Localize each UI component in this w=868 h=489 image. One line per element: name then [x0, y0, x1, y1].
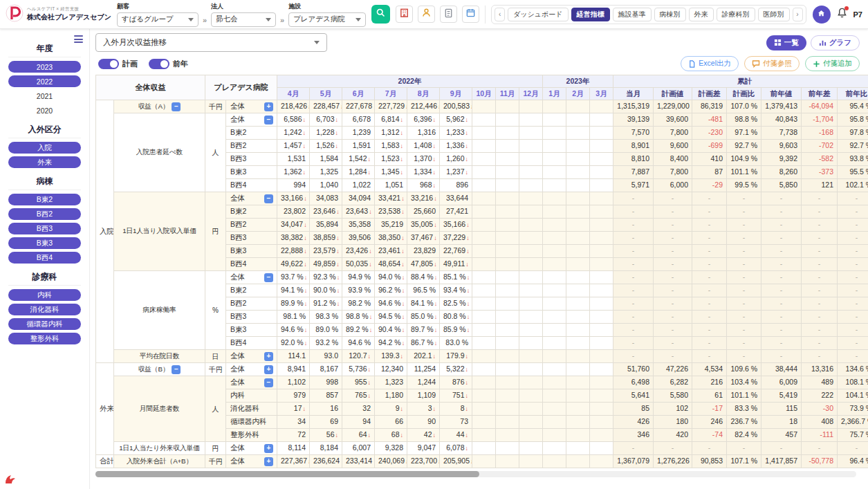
value-text: 8,400 [670, 154, 688, 163]
down-arrow-icon: ↓ [433, 405, 436, 412]
cell-value: 95.4 % [838, 100, 868, 113]
expand-button[interactable]: + [264, 365, 273, 374]
cell-value: - [838, 284, 868, 297]
cell-value [590, 245, 613, 258]
sidebar-item[interactable]: B西4 [8, 252, 81, 264]
horizontal-scrollbar[interactable] [95, 471, 856, 477]
view-button[interactable]: グラフ [811, 35, 860, 50]
collapse-button[interactable]: − [172, 365, 181, 374]
notifications-button[interactable] [836, 7, 848, 21]
down-arrow-icon: ↓ [336, 261, 340, 268]
nav-tab[interactable]: ダッシュボード [508, 8, 568, 21]
cell-value: - [727, 324, 761, 337]
menu-icon[interactable] [74, 34, 83, 45]
sidebar-item[interactable]: 循環器内科 [8, 318, 81, 330]
down-arrow-icon: ↓ [465, 142, 469, 149]
value-text: 82.4 % [735, 430, 757, 439]
down-arrow-icon: ↓ [402, 313, 405, 320]
cell-value: 101.1 % [727, 166, 761, 179]
cell-value: 236.7 % [727, 416, 761, 429]
schedule-button[interactable] [462, 6, 479, 23]
nav-tab[interactable]: 外来 [689, 8, 714, 21]
value-text: 121 [821, 181, 833, 189]
expand-button[interactable]: + [264, 352, 273, 361]
toggle-label: 計画 [122, 59, 138, 69]
sidebar-item[interactable]: 消化器科 [8, 304, 81, 315]
view-button[interactable]: 一覧 [766, 35, 806, 50]
search-button[interactable] [371, 5, 390, 24]
cell-value: 89.2 %↓ [342, 324, 375, 337]
down-arrow-icon: ↓ [434, 300, 438, 307]
entity-label: B東3 [226, 245, 277, 258]
down-arrow-icon: ↓ [433, 156, 436, 163]
cell-value: 92.3 %↓ [310, 271, 342, 284]
value-text: 1,312 [381, 128, 399, 136]
app-logo[interactable]: ヘルスケアIT × 経営支援 株式会社プレアデスセブン [6, 4, 111, 25]
cell-value [543, 179, 566, 192]
cell-value: - [692, 350, 727, 363]
sidebar-item[interactable]: 2021 [8, 90, 81, 102]
staff-button[interactable] [418, 6, 435, 23]
report-button[interactable] [440, 6, 457, 23]
collapse-button[interactable]: − [264, 273, 273, 282]
collapse-button[interactable]: − [264, 116, 273, 124]
toggle-switch[interactable] [149, 59, 169, 69]
sidebar-item[interactable]: B西3 [8, 223, 81, 234]
value-text: 38,859 [313, 233, 335, 241]
cell-value: - [802, 245, 838, 258]
sidebar-item[interactable]: B西2 [8, 208, 81, 220]
action-button[interactable]: 付箋参照 [744, 56, 800, 71]
home-button[interactable] [813, 6, 831, 24]
value-text: 69 [330, 417, 338, 425]
expand-button[interactable]: + [264, 444, 273, 453]
expand-button[interactable]: + [264, 102, 273, 111]
cell-value [566, 166, 590, 179]
sidebar-item[interactable]: B東3 [8, 237, 81, 249]
nav-tab[interactable]: 経営指標 [571, 8, 610, 21]
cell-value: 94.6 %↓ [277, 324, 310, 337]
entity-label: B西2 [226, 297, 277, 311]
sidebar-item[interactable]: 2020 [8, 104, 81, 116]
collapse-button[interactable]: − [264, 378, 273, 387]
value-text: 98.3 % [315, 312, 338, 320]
entity-label: B西4 [226, 258, 277, 271]
category-text: 病床稼働率 [143, 306, 176, 313]
value-text: 92.7 % [849, 141, 868, 149]
report-select[interactable]: 入外月次収益推移 [95, 33, 327, 52]
cell-value [472, 205, 496, 219]
nav-tab[interactable]: 病棟別 [654, 8, 686, 21]
selector-dropdown[interactable]: 昴七会 [211, 12, 276, 27]
sticky-note-icon [752, 59, 760, 68]
collapse-button[interactable]: − [264, 194, 273, 203]
scrollbar-thumb[interactable] [95, 471, 479, 477]
selector-dropdown[interactable]: すばるグループ [117, 12, 198, 27]
nav-scroll-right[interactable]: › [793, 8, 803, 21]
toggle-switch[interactable] [98, 59, 119, 69]
cell-value: 47,226 [654, 363, 692, 376]
sidebar-item[interactable]: 内科 [8, 289, 81, 301]
expand-button[interactable]: + [264, 457, 273, 466]
action-button[interactable]: 付箋追加 [805, 56, 860, 71]
sidebar-item[interactable]: 外来 [8, 156, 81, 168]
collapse-button[interactable]: − [172, 102, 181, 111]
action-button[interactable]: Excel出力 [681, 56, 739, 71]
value-text: 179.9 [446, 351, 464, 360]
cell-value: - [838, 245, 868, 258]
cell-value [590, 376, 613, 389]
hospital-button[interactable] [396, 6, 413, 23]
nav-tab[interactable]: 診療科別 [717, 8, 755, 21]
value-text: 23,426 [346, 246, 368, 255]
cell-value [590, 442, 613, 455]
sidebar-item[interactable]: 入院 [8, 142, 81, 154]
sidebar-item[interactable]: 2022 [8, 75, 81, 87]
nav-tab[interactable]: 施設基準 [613, 8, 652, 21]
nav-tab[interactable]: 医師別 [758, 8, 790, 21]
cell-value: 102.1 % [838, 179, 868, 192]
sidebar-item[interactable]: 2023 [8, 61, 81, 73]
sidebar-item[interactable]: B東2 [8, 194, 81, 205]
nav-scroll-left[interactable]: ‹ [495, 8, 505, 21]
cell-value: - [727, 442, 761, 455]
selector-dropdown[interactable]: プレアデス病院 [288, 12, 366, 27]
value-text: 1,022 [353, 181, 371, 189]
sidebar-item[interactable]: 整形外科 [8, 333, 81, 344]
